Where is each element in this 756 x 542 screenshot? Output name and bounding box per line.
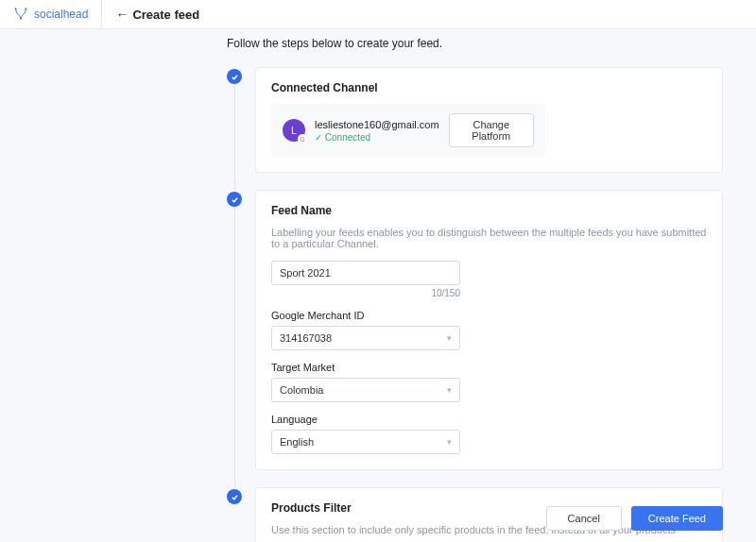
chevron-down-icon: ▾ [447,333,452,343]
target-market-label: Target Market [271,362,707,373]
page-title: Create feed [132,8,199,22]
brand-name: socialhead [34,8,88,21]
target-market-value: Colombia [280,384,323,396]
feed-name-counter: 10/150 [271,288,460,298]
card-title: Connected Channel [271,81,707,94]
step-connector [234,84,235,190]
step-check-icon [227,192,242,207]
chevron-down-icon: ▾ [447,437,452,447]
card-feed-name: Feed Name Labelling your feeds enables y… [255,190,723,470]
top-bar: socialhead ← Create feed [0,0,756,29]
cancel-button[interactable]: Cancel [546,506,622,531]
channel-email: lesliestone160@gmail.com [315,119,439,130]
google-badge-icon: G [298,134,307,144]
field-target-market: Target Market Colombia ▾ [271,362,707,402]
svg-point-0 [15,8,16,8]
svg-point-1 [26,8,26,8]
channel-box: L G lesliestone160@gmail.com Connected C… [271,104,545,157]
field-merchant-id: Google Merchant ID 314167038 ▾ [271,310,707,350]
merchant-id-select[interactable]: 314167038 ▾ [271,326,460,350]
merchant-id-label: Google Merchant ID [271,310,707,321]
field-language: Language English ▾ [271,414,707,454]
back-arrow-icon[interactable]: ← [115,7,129,22]
merchant-id-value: 314167038 [280,332,332,344]
language-label: Language [271,414,707,425]
page-title-area[interactable]: ← Create feed [102,7,199,22]
card-connected-channel: Connected Channel L G lesliestone160@gma… [255,67,723,173]
create-feed-button[interactable]: Create Feed [631,506,723,531]
language-value: English [280,436,314,448]
feed-name-text[interactable] [280,267,452,279]
avatar: L G [283,119,305,142]
feed-name-input[interactable] [271,261,460,285]
instructions-text: Follow the steps below to create your fe… [227,37,756,50]
field-feed-name: 10/150 [271,261,707,298]
brand-logo-icon [13,6,28,24]
step-feed-name: Feed Name Labelling your feeds enables y… [227,190,723,470]
channel-status: Connected [315,132,439,143]
step-check-icon [227,489,242,504]
footer-actions: Cancel Create Feed [546,506,723,531]
brand[interactable]: socialhead [0,0,102,28]
language-select[interactable]: English ▾ [271,430,460,454]
target-market-select[interactable]: Colombia ▾ [271,378,460,402]
avatar-initial: L [291,125,297,136]
step-check-icon [227,69,242,84]
step-connector [234,207,235,487]
change-platform-button[interactable]: Change Platform [449,113,534,147]
card-desc: Labelling your feeds enables you to dist… [271,227,707,249]
chevron-down-icon: ▾ [447,385,452,395]
step-connected-channel: Connected Channel L G lesliestone160@gma… [227,67,723,173]
card-title: Feed Name [271,204,707,217]
